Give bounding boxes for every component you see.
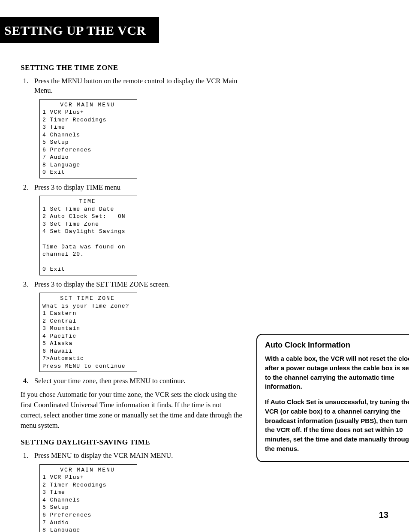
step-text: Press 3 to display the SET TIME ZONE scr…: [34, 280, 244, 289]
menu-line: 7 Audio: [42, 520, 69, 526]
menu-line: 3 Time: [42, 489, 65, 496]
menu-line: 8 Language: [42, 162, 80, 168]
menu-line: 1 Set Time and Date: [42, 206, 114, 212]
sidebar-paragraph: With a cable box, the VCR will not reset…: [265, 354, 409, 391]
menu-line: 4 Channels: [42, 132, 80, 138]
step-number: 2.: [21, 183, 28, 192]
section1-followup: If you chose Automatic for your time zon…: [21, 390, 244, 431]
sidebar-title: Auto Clock Information: [265, 341, 409, 350]
step-text: Select your time zone, then press MENU t…: [34, 376, 244, 386]
step-number: 1.: [21, 451, 28, 460]
vcr-main-menu-screen-2: VCR MAIN MENU1 VCR Plus+ 2 Timer Recodin…: [39, 464, 137, 532]
menu-line: 6 Preferences: [42, 147, 91, 153]
menu-line: 2 Timer Recodings: [42, 482, 107, 488]
section-heading-time-zone: SETTING THE TIME ZONE: [21, 63, 244, 72]
menu-line: 7 Audio: [42, 154, 69, 160]
step-1: 1. Press MENU to display the VCR MAIN ME…: [21, 451, 244, 460]
step-1: 1. Press the MENU button on the remote c…: [21, 76, 244, 96]
step-text: Press MENU to display the VCR MAIN MENU.: [34, 451, 244, 460]
step-number: 3.: [21, 280, 28, 289]
menu-line: 3 Time: [42, 124, 65, 130]
menu-line: 1 Eastern: [42, 310, 76, 317]
menu-line: 1 VCR Plus+: [42, 109, 84, 115]
page-number: 13: [379, 510, 388, 520]
set-time-zone-screen: SET TIME ZONEWhat is your Time Zone? 1 E…: [39, 293, 137, 372]
screen-title: TIME: [42, 198, 132, 206]
menu-line: 3 Mountain: [42, 325, 80, 332]
menu-line: Time Data was found on: [42, 244, 126, 250]
menu-line: 5 Alaska: [42, 340, 72, 347]
step-number: 4.: [21, 376, 28, 386]
menu-line: 2 Central: [42, 318, 76, 324]
step-text: Press the MENU button on the remote cont…: [34, 76, 244, 96]
menu-line: 4 Pacific: [42, 333, 76, 339]
menu-line: 6 Preferences: [42, 512, 91, 518]
menu-line: 6 Hawaii: [42, 348, 72, 354]
menu-line: Press MENU to continue: [42, 363, 126, 369]
step-text: Press 3 to display TIME menu: [34, 183, 244, 192]
menu-line: 2 Timer Recodings: [42, 117, 107, 123]
screen-title: VCR MAIN MENU: [42, 101, 132, 109]
menu-line: 4 Channels: [42, 497, 80, 503]
step-3: 3. Press 3 to display the SET TIME ZONE …: [21, 280, 244, 289]
time-menu-screen: TIME1 Set Time and Date 2 Auto Clock Set…: [39, 196, 137, 275]
screen-title: VCR MAIN MENU: [42, 466, 132, 474]
screen-title: SET TIME ZONE: [42, 295, 132, 302]
sidebar-paragraph: If Auto Clock Set is unsuccessful, try t…: [265, 397, 409, 453]
step-2: 2. Press 3 to display TIME menu: [21, 183, 244, 192]
menu-line: channel 20.: [42, 251, 84, 257]
step-number: 1.: [21, 76, 28, 96]
menu-line: 0 Exit: [42, 169, 65, 175]
step-4: 4. Select your time zone, then press MEN…: [21, 376, 244, 386]
menu-line: 2 Auto Clock Set: ON: [42, 213, 126, 220]
menu-line: What is your Time Zone?: [42, 303, 129, 309]
menu-line: 5 Setup: [42, 139, 69, 145]
page-title-banner: SETTING UP THE VCR: [0, 17, 159, 43]
menu-line: 1 VCR Plus+: [42, 474, 84, 481]
menu-line: 8 Language: [42, 527, 80, 532]
menu-line: 0 Exit: [42, 266, 65, 272]
menu-line: 4 Set Daylight Savings: [42, 228, 126, 235]
menu-line: 7>Automatic: [42, 355, 84, 362]
menu-line: 3 Set Time Zone: [42, 221, 99, 227]
menu-line: 5 Setup: [42, 504, 69, 511]
vcr-main-menu-screen: VCR MAIN MENU1 VCR Plus+ 2 Timer Recodin…: [39, 99, 137, 178]
section-heading-daylight: SETTING DAYLIGHT-SAVING TIME: [21, 438, 244, 447]
auto-clock-info-box: Auto Clock Information With a cable box,…: [256, 334, 409, 462]
